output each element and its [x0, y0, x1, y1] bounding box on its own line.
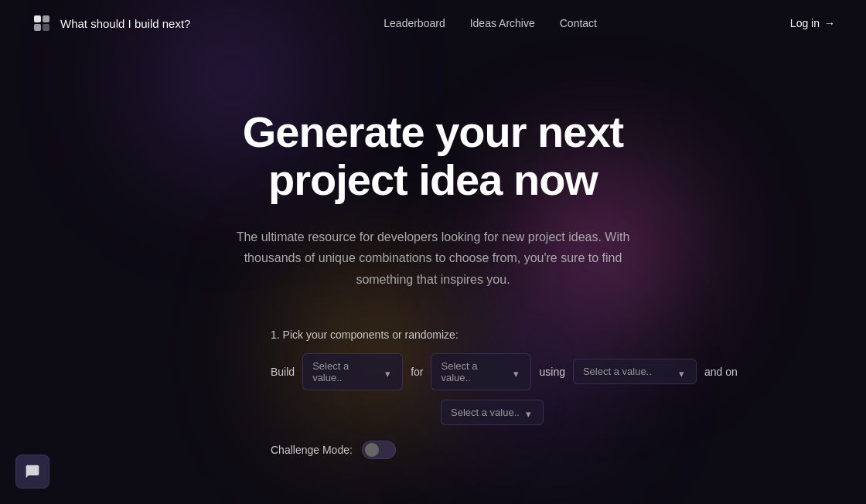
and-on-text: and on [704, 366, 738, 378]
svg-rect-3 [43, 24, 49, 31]
login-arrow: → [824, 17, 835, 29]
login-link[interactable]: Log in → [790, 17, 835, 29]
nav-brand[interactable]: What should I build next? [31, 12, 190, 34]
challenge-mode-toggle[interactable] [362, 441, 396, 459]
hero-subtitle: The ultimate resource for developers loo… [224, 226, 642, 290]
brand-text: What should I build next? [60, 17, 190, 30]
dropdown-platform[interactable]: Select a value.. ▾ [441, 400, 544, 425]
dropdown-using-value: Select a value.. [583, 366, 652, 377]
dropdown-using[interactable]: Select a value.. ▾ [573, 359, 697, 384]
chevron-platform-icon: ▾ [526, 408, 534, 416]
login-label: Log in [790, 17, 820, 29]
toggle-knob [365, 443, 379, 457]
hero-title: Generate your next project idea now [193, 108, 673, 203]
step-label: 1. Pick your components or randomize: [271, 329, 595, 341]
chevron-using-icon: ▾ [679, 368, 687, 376]
chevron-build-icon: ▾ [385, 368, 393, 376]
chevron-for-icon: ▾ [513, 368, 521, 376]
controls-row-second: Select a value.. ▾ [271, 400, 595, 425]
chat-icon [25, 464, 40, 479]
dropdown-build-value: Select a value.. [312, 360, 379, 383]
logo-icon [31, 12, 53, 34]
chat-bubble-button[interactable] [15, 455, 49, 489]
nav-link-contact[interactable]: Contact [560, 17, 597, 29]
for-text: for [411, 366, 423, 378]
nav-links: Leaderboard Ideas Archive Contact [384, 17, 597, 29]
using-text: using [539, 366, 564, 378]
controls-row-main: Build Select a value.. ▾ for Select a va… [271, 353, 595, 390]
dropdown-for[interactable]: Select a value.. ▾ [431, 353, 531, 390]
svg-rect-2 [34, 24, 41, 31]
challenge-label: Challenge Mode: [271, 444, 353, 456]
nav-link-leaderboard[interactable]: Leaderboard [384, 17, 445, 29]
controls-section: 1. Pick your components or randomize: Bu… [0, 329, 866, 459]
dropdown-platform-value: Select a value.. [451, 407, 520, 418]
hero-section: Generate your next project idea now The … [0, 46, 866, 329]
navbar: What should I build next? Leaderboard Id… [0, 0, 866, 46]
challenge-row: Challenge Mode: [271, 441, 595, 459]
dropdown-build[interactable]: Select a value.. ▾ [302, 353, 403, 390]
svg-rect-1 [43, 15, 49, 22]
svg-rect-0 [34, 15, 41, 22]
build-text: Build [271, 366, 295, 378]
dropdown-for-value: Select a value.. [441, 360, 507, 383]
nav-link-ideas-archive[interactable]: Ideas Archive [470, 17, 535, 29]
